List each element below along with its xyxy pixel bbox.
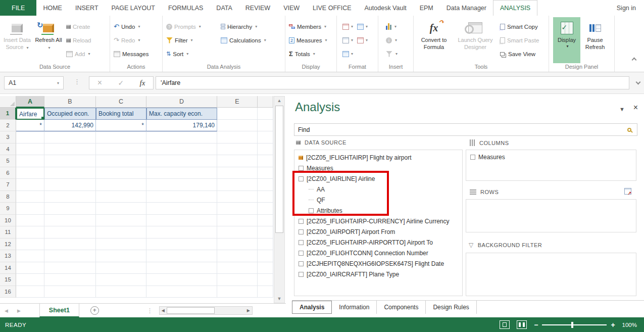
filter-button[interactable]: Filter ▾	[164, 33, 219, 47]
row-header-8[interactable]: 8	[0, 191, 16, 203]
tree-expander-icon[interactable]	[299, 166, 304, 171]
row-header-1[interactable]: 1	[0, 108, 16, 120]
cell-E2[interactable]	[217, 120, 258, 132]
cell-C16[interactable]	[96, 286, 146, 298]
column-header-D[interactable]: D	[146, 96, 217, 108]
cell-C6[interactable]	[96, 167, 146, 179]
cell-A15[interactable]	[16, 274, 44, 286]
cell-F11[interactable]	[258, 226, 273, 239]
scroll-down-icon[interactable]: ▼	[277, 295, 282, 303]
row-header-7[interactable]: 7	[0, 179, 16, 191]
scroll-up-icon[interactable]: ▲	[277, 97, 282, 105]
zoom-slider[interactable]: − +	[534, 321, 615, 329]
prompts-button[interactable]: ? Prompts ▾	[164, 20, 219, 33]
tree-item[interactable]: [2CJHEPITQ8NEQXHG6IOPSEK647S] Flight Dat…	[294, 258, 462, 269]
scroll-left-icon[interactable]: ◀	[160, 308, 167, 313]
insert-filter-button[interactable]: ▾	[384, 47, 400, 61]
cell-A2[interactable]: *	[16, 120, 44, 132]
panel-close-icon[interactable]: ×	[633, 103, 638, 112]
add-button[interactable]: Add ▾	[64, 47, 93, 61]
find-input[interactable]: Find	[294, 123, 637, 136]
row-header-13[interactable]: 13	[0, 250, 16, 262]
name-box-dropdown-icon[interactable]: ▾	[57, 81, 59, 85]
cell-C13[interactable]	[96, 250, 146, 262]
cell-F8[interactable]	[258, 191, 273, 203]
cell-A7[interactable]	[16, 179, 44, 191]
cell-A1[interactable]: Airfare	[16, 108, 44, 120]
vertical-scroll-thumb[interactable]	[275, 106, 283, 233]
cell-B2[interactable]: 142,990	[44, 120, 96, 132]
row-header-11[interactable]: 11	[0, 226, 16, 239]
cell-F14[interactable]	[258, 262, 273, 274]
column-header-A[interactable]: A	[16, 96, 44, 108]
cell-E6[interactable]	[217, 167, 258, 179]
cell-B9[interactable]	[44, 203, 96, 215]
cell-B8[interactable]	[44, 191, 96, 203]
tree-item[interactable]: [2CZ00_IAIRCRAFTT] Plane Type	[294, 269, 462, 279]
cell-F12[interactable]	[258, 239, 273, 251]
zoom-thumb[interactable]	[571, 322, 573, 328]
cell-B14[interactable]	[44, 262, 96, 274]
cancel-icon[interactable]: ×	[97, 78, 102, 87]
cell-B7[interactable]	[44, 179, 96, 191]
search-icon[interactable]	[627, 128, 631, 132]
cell-D3[interactable]	[146, 131, 217, 144]
cell-A8[interactable]	[16, 191, 44, 203]
row-header-6[interactable]: 6	[0, 167, 16, 179]
cell-F9[interactable]	[258, 203, 273, 215]
column-header-partial[interactable]	[258, 96, 273, 108]
cell-B13[interactable]	[44, 250, 96, 262]
collapse-ribbon-icon[interactable]	[632, 58, 637, 63]
format-conditional-button[interactable]: ▾	[342, 21, 353, 32]
tab-page-layout[interactable]: PAGE LAYOUT	[105, 0, 162, 16]
panel-tab-information[interactable]: Information	[332, 301, 377, 314]
column-header-E[interactable]: E	[217, 96, 258, 108]
tree-item[interactable]: [2CZ00_IAIRPORT] Airport From	[294, 226, 462, 237]
cell-D5[interactable]	[146, 155, 217, 167]
cell-F4[interactable]	[258, 144, 273, 156]
page-layout-view-icon[interactable]	[500, 320, 510, 329]
tab-home[interactable]: HOME	[36, 0, 69, 16]
next-sheet-icon[interactable]: ▶	[13, 308, 25, 313]
tab-data-manager[interactable]: Data Manager	[440, 0, 493, 16]
smart-copy-button[interactable]: Smart Copy	[498, 20, 541, 33]
cell-B1[interactable]: Occupied econ.	[44, 108, 96, 120]
cell-E1[interactable]	[217, 108, 258, 120]
tab-view[interactable]: VIEW	[277, 0, 306, 16]
cell-C1[interactable]: Booking total	[96, 108, 146, 120]
cell-A4[interactable]	[16, 144, 44, 156]
cell-E4[interactable]	[217, 144, 258, 156]
undo-button[interactable]: ↶ Undo ▾	[112, 20, 151, 33]
cell-D2[interactable]: 179,140	[146, 120, 217, 132]
cell-B3[interactable]	[44, 131, 96, 144]
cell-F10[interactable]	[258, 215, 273, 227]
cell-C15[interactable]	[96, 274, 146, 286]
cell-F6[interactable]	[258, 167, 273, 179]
cell-E13[interactable]	[217, 250, 258, 262]
column-header-B[interactable]: B	[44, 96, 96, 108]
cell-E10[interactable]	[217, 215, 258, 227]
zoom-track[interactable]	[542, 324, 607, 325]
cell-F7[interactable]	[258, 179, 273, 191]
row-header-9[interactable]: 9	[0, 203, 16, 215]
scroll-right-icon[interactable]: ▶	[245, 308, 252, 313]
tab-data[interactable]: DATA	[210, 0, 238, 16]
cell-A10[interactable]	[16, 215, 44, 227]
cell-E3[interactable]	[217, 131, 258, 144]
cell-C7[interactable]	[96, 179, 146, 191]
insert-data-source-button[interactable]: Insert Data Source ▾	[2, 17, 33, 63]
sheet-tab-sheet1[interactable]: Sheet1	[39, 304, 79, 317]
format-table-button[interactable]: ▾	[342, 48, 353, 60]
cell-D13[interactable]	[146, 250, 217, 262]
cell-C8[interactable]	[96, 191, 146, 203]
cell-B5[interactable]	[44, 155, 96, 167]
columns-measures-item[interactable]: Measures	[466, 150, 636, 161]
hierarchy-button[interactable]: Hierarchy ▾	[219, 20, 268, 33]
format-crosstab-button[interactable]: ▾	[357, 34, 368, 46]
column-header-C[interactable]: C	[96, 96, 146, 108]
tab-insert[interactable]: INSERT	[69, 0, 105, 16]
select-all-corner[interactable]	[0, 96, 16, 108]
display-panel-button[interactable]: Display ▾	[553, 17, 580, 63]
sort-button[interactable]: ⇅ Sort ▾	[164, 47, 219, 61]
tree-expander-icon[interactable]	[299, 240, 304, 245]
